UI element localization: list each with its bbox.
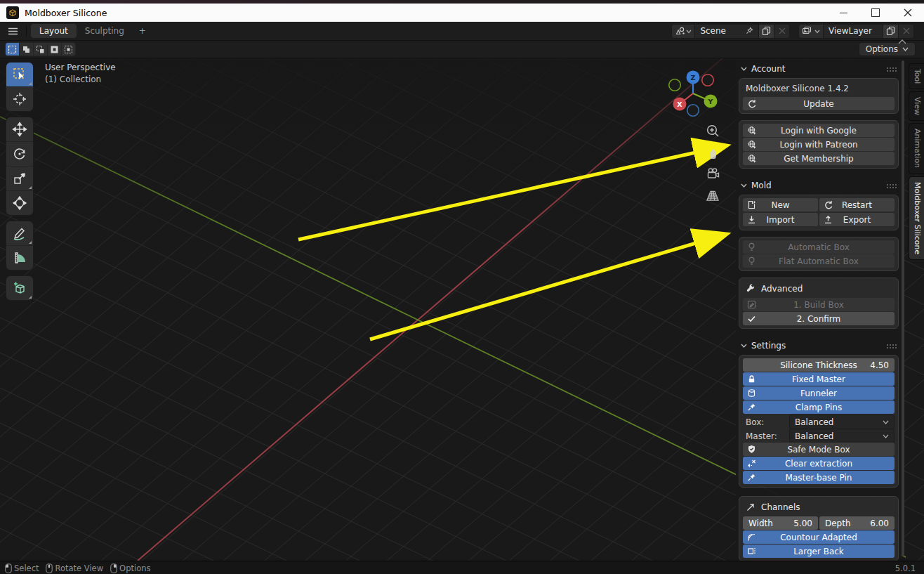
import-button[interactable]: Import: [743, 213, 818, 226]
wrench-icon: [746, 284, 755, 294]
clamp-pins-toggle[interactable]: Clamp Pins: [743, 400, 895, 414]
viewlayer-name: ViewLayer: [829, 26, 872, 36]
panel-grip[interactable]: [886, 344, 897, 348]
sidebar-tab-animation[interactable]: Animation: [909, 123, 924, 174]
fixed-master-toggle[interactable]: Fixed Master: [743, 372, 895, 386]
cylinder-icon: [749, 390, 755, 396]
contour-adapted-toggle[interactable]: Countour Adapted: [743, 530, 895, 544]
chevron-down-icon: [687, 30, 691, 33]
viewlayer-remove-button[interactable]: [899, 24, 914, 39]
viewlayer-name-field[interactable]: ViewLayer: [824, 24, 883, 39]
chevron-down-icon: [741, 344, 747, 348]
collapse-region-chevron-icon[interactable]: [897, 39, 907, 44]
gizmo-minus-z-axis[interactable]: [687, 105, 699, 117]
chevron-down-icon: [883, 434, 889, 438]
x-axis-line: [138, 58, 723, 561]
larger-back-toggle[interactable]: Larger Back: [743, 544, 895, 558]
tool-add-cube[interactable]: [6, 276, 33, 300]
select-mode-strip: [5, 42, 76, 56]
gizmo-minus-y-axis[interactable]: [669, 79, 681, 91]
master-dropdown[interactable]: Balanced: [789, 429, 895, 443]
workspace-tab-layout[interactable]: Layout: [31, 24, 77, 38]
build-box-button[interactable]: 1. Build Box: [743, 298, 895, 311]
scene-browse-button[interactable]: [671, 24, 695, 39]
gizmo-x-label: X: [677, 100, 682, 108]
section-header-account[interactable]: Account: [736, 62, 902, 76]
camera-view-button[interactable]: [704, 164, 722, 183]
export-button[interactable]: Export: [819, 213, 895, 226]
contour-curves-icon: [748, 535, 755, 541]
select-invert-icon: [50, 45, 59, 54]
panel-scrollbar[interactable]: [902, 60, 904, 556]
silicone-thickness-slider[interactable]: Silicone Thickness 4.50: [743, 358, 895, 372]
select-mode-invert[interactable]: [48, 43, 61, 56]
import-icon: [748, 216, 755, 223]
pin-icon[interactable]: [746, 27, 753, 36]
gizmo-minus-x-axis[interactable]: [702, 74, 714, 86]
viewlayer-icon: [803, 27, 811, 34]
tool-annotate[interactable]: [6, 221, 33, 245]
viewlayer-browse-button[interactable]: [798, 24, 824, 39]
menu-button[interactable]: [4, 24, 22, 38]
panel-grip[interactable]: [886, 183, 897, 188]
channel-depth-field[interactable]: Depth 6.00: [819, 516, 895, 530]
grid-perspective-icon: [707, 192, 718, 201]
hint-select: Select: [5, 563, 39, 573]
safe-mode-box-toggle[interactable]: Safe Mode Box: [743, 443, 895, 456]
select-mode-subtract[interactable]: [34, 43, 47, 56]
width-label: Width: [748, 518, 773, 528]
tool-select-box[interactable]: [6, 63, 33, 86]
pan-view-button[interactable]: [704, 144, 722, 162]
toolbar: [6, 62, 34, 306]
select-box-icon: [12, 67, 27, 82]
options-dropdown-button[interactable]: Options: [859, 42, 916, 56]
scene-new-copy-button[interactable]: [759, 24, 774, 39]
maximize-button[interactable]: [859, 4, 892, 22]
clear-extraction-toggle[interactable]: Clear extraction: [743, 457, 895, 470]
toggle-orthographic-button[interactable]: [704, 186, 722, 204]
close-button[interactable]: [892, 4, 924, 22]
larger-back-label: Larger Back: [793, 547, 844, 556]
login-google-button[interactable]: Login with Google: [743, 124, 895, 137]
select-mode-set[interactable]: [6, 43, 19, 56]
sidebar-tab-view[interactable]: View: [909, 91, 924, 121]
channels-label: Channels: [761, 502, 800, 512]
channel-width-field[interactable]: Width 5.00: [743, 516, 818, 530]
automatic-box-button[interactable]: Automatic Box: [743, 240, 895, 254]
tool-move[interactable]: [6, 117, 33, 141]
tool-rotate[interactable]: [6, 141, 33, 166]
new-label: New: [771, 200, 789, 210]
new-button[interactable]: New: [743, 198, 818, 211]
workspace-tab-sculpting[interactable]: Sculpting: [77, 24, 133, 38]
confirm-button[interactable]: 2. Confirm: [743, 312, 895, 325]
select-mode-intersect[interactable]: [62, 43, 75, 56]
box-dropdown[interactable]: Balanced: [789, 415, 895, 429]
master-base-pin-toggle[interactable]: Master-base Pin: [743, 471, 895, 484]
minimize-button[interactable]: [827, 4, 859, 22]
tool-measure[interactable]: [6, 245, 33, 270]
section-header-settings[interactable]: Settings: [736, 339, 902, 353]
select-mode-extend[interactable]: [20, 43, 33, 56]
login-patreon-button[interactable]: Login with Patreon: [743, 138, 895, 151]
sidebar-tab-moldboxer-silicone[interactable]: Moldboxer Silicone: [909, 176, 924, 260]
tool-cursor[interactable]: [6, 86, 33, 111]
get-membership-button[interactable]: Get Membership: [743, 152, 895, 165]
mold-automatic-box: Automatic Box Flat Automatic Box: [739, 237, 899, 271]
add-workspace-button[interactable]: +: [133, 25, 152, 37]
restart-button[interactable]: Restart: [819, 198, 895, 211]
scene-name-field[interactable]: Scene: [695, 24, 759, 39]
tool-scale[interactable]: [6, 166, 33, 190]
viewlayer-new-copy-button[interactable]: [883, 24, 899, 39]
section-header-mold[interactable]: Mold: [736, 178, 902, 193]
tool-transform[interactable]: [6, 190, 33, 215]
flat-automatic-box-button[interactable]: Flat Automatic Box: [743, 254, 895, 268]
settings-title: Settings: [751, 341, 786, 351]
rotate-icon: [15, 149, 25, 159]
panel-grip[interactable]: [886, 67, 897, 72]
scene-unlink-button[interactable]: [774, 24, 790, 39]
sidebar-tab-tool[interactable]: Tool: [909, 63, 924, 89]
update-button[interactable]: Update: [743, 97, 895, 110]
funneler-toggle[interactable]: Funneler: [743, 386, 895, 400]
window-title: Moldboxer Silicone: [25, 8, 107, 18]
zoom-view-button[interactable]: [704, 122, 722, 141]
